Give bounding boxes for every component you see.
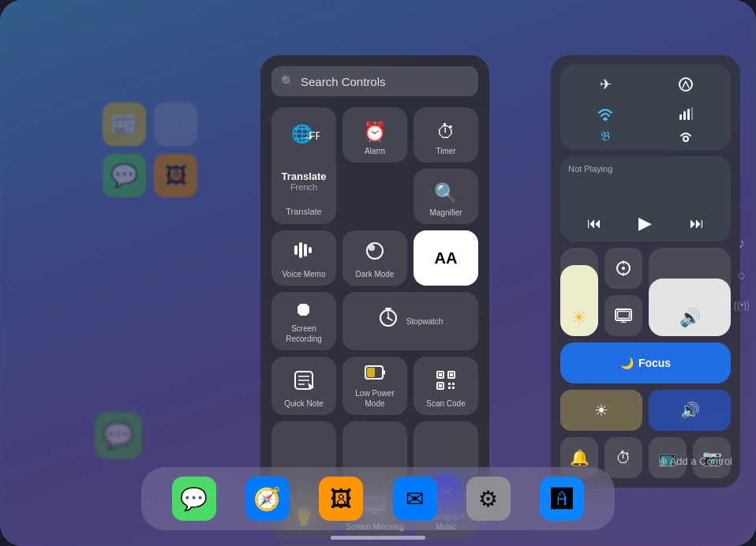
voice-memo-label: Voice Memo [282, 269, 325, 279]
circle-icon: ○ [737, 267, 746, 284]
scan-code-label: Scan Code [426, 398, 465, 409]
search-icon: 🔍 [281, 75, 294, 88]
svg-rect-28 [450, 373, 453, 376]
volume-slider[interactable]: 🔊 [649, 248, 731, 336]
add-control-label[interactable]: ⊕ Add a Control [659, 455, 732, 467]
svg-rect-49 [618, 312, 630, 319]
home-indicator [331, 536, 425, 540]
translate-label: Translate [286, 207, 321, 216]
media-controls: ⏮ ▶ ⏭ [568, 213, 723, 234]
bluetooth-btn[interactable]: 𝔅 [567, 129, 644, 144]
text-size-control[interactable]: AA [414, 230, 478, 286]
screen-recording-label: Screen Recording [275, 323, 333, 344]
volume-icon: 🔊 [679, 308, 701, 328]
svg-point-8 [367, 243, 383, 259]
stopwatch-label: Stopwatch [406, 316, 443, 327]
brightness-slider[interactable]: ☀ [560, 248, 598, 336]
focus-label: Focus [638, 357, 671, 369]
dark-mode-control[interactable]: Dark Mode [342, 230, 407, 286]
magnifier-control[interactable]: 🔍 Magnifier [414, 169, 478, 224]
wifi-btn[interactable] [567, 100, 644, 126]
dock-appstore[interactable]: 🅰 [540, 477, 584, 521]
low-power-icon [365, 363, 385, 385]
timer-control[interactable]: ⏱ Timer [414, 107, 478, 163]
media-next-btn[interactable]: ⏭ [690, 215, 704, 232]
media-prev-btn[interactable]: ⏮ [587, 215, 601, 232]
media-block: Not Playing ⏮ ▶ ⏭ [560, 156, 731, 241]
svg-rect-42 [683, 111, 686, 120]
translate-icon: 🌐 → FR [284, 115, 324, 155]
svg-rect-44 [691, 107, 693, 120]
voice-memo-control[interactable]: Voice Memo [271, 230, 336, 286]
search-input[interactable]: Search Controls [301, 75, 386, 88]
svg-line-13 [388, 318, 392, 320]
connectivity-block: ✈ 𝔅 [560, 65, 731, 150]
translate-title: Translate [281, 170, 326, 182]
screen-recording-control[interactable]: ⏺ Screen Recording [271, 292, 336, 350]
music-note-icon: ♪ [738, 235, 745, 252]
screen-mirror-btn[interactable] [604, 295, 642, 336]
volume-speaker-btn[interactable]: 🔊 [649, 390, 731, 431]
cc-second-row: ☀ 🔊 [560, 248, 731, 336]
magnifier-icon: 🔍 [434, 182, 458, 204]
rotation-lock-btn[interactable] [604, 248, 642, 289]
dock-safari[interactable]: 🧭 [245, 477, 290, 521]
translate-sub: French [281, 182, 326, 192]
airdrop-btn[interactable] [647, 71, 724, 97]
magnifier-label: Magnifier [429, 208, 462, 218]
svg-rect-5 [299, 242, 302, 258]
svg-rect-27 [439, 373, 442, 376]
empty-spacer [342, 169, 407, 224]
control-center: ✈ 𝔅 Not Playing ⏮ ▶ ⏭ [551, 55, 740, 488]
signal-icon: ((•)) [734, 300, 750, 311]
dock-settings[interactable]: ⚙ [466, 477, 511, 521]
stopwatch-icon [378, 307, 399, 332]
focus-btn[interactable]: 🌙 Focus [560, 342, 731, 383]
dock: 💬 🧭 🖼 ✉ ⚙ 🅰 [141, 467, 615, 530]
media-play-btn[interactable]: ▶ [638, 213, 652, 234]
cellular-btn[interactable] [647, 100, 724, 126]
alarm-label: Alarm [365, 146, 385, 156]
svg-rect-30 [448, 383, 451, 385]
svg-rect-33 [452, 387, 455, 389]
alarm-icon: ⏰ [363, 121, 387, 143]
svg-point-47 [622, 267, 625, 270]
quick-note-icon [294, 370, 314, 395]
dock-photos[interactable]: 🖼 [319, 477, 363, 521]
right-side-decorations: ♪ ○ ((•)) [734, 235, 756, 311]
cc-focus-row: 🌙 Focus ☀ 🔊 [560, 342, 731, 431]
airplane-mode-btn[interactable]: ✈ [567, 71, 644, 97]
quick-note-control[interactable]: Quick Note [271, 357, 336, 415]
text-size-icon: AA [435, 250, 458, 266]
hotspot-btn[interactable] [647, 129, 724, 144]
screen-recording-icon: ⏺ [294, 298, 313, 320]
svg-rect-29 [439, 384, 442, 387]
svg-rect-4 [294, 245, 298, 255]
quick-note-label: Quick Note [284, 398, 323, 409]
low-power-control[interactable]: Low Power Mode [342, 357, 407, 415]
timer-icon: ⏱ [436, 121, 455, 143]
svg-point-9 [369, 245, 375, 251]
voice-memo-icon [293, 239, 315, 266]
svg-rect-41 [679, 114, 682, 120]
search-bar[interactable]: 🔍 Search Controls [271, 66, 478, 96]
brightness-icon: ☀ [571, 308, 587, 328]
alarm-control[interactable]: ⏰ Alarm [342, 107, 407, 163]
svg-rect-31 [452, 383, 455, 385]
svg-rect-43 [687, 109, 690, 120]
brightness-day-btn[interactable]: ☀ [560, 390, 642, 431]
scan-code-control[interactable]: Scan Code [414, 357, 478, 415]
focus-icon: 🌙 [620, 357, 634, 369]
low-power-label: Low Power Mode [346, 388, 404, 409]
svg-text:FR: FR [309, 129, 320, 142]
search-controls-panel: 🔍 Search Controls 🌐 → FR Translate Frenc… [260, 55, 489, 491]
svg-point-39 [679, 78, 692, 91]
timer-cc-btn[interactable]: ⏱ [604, 437, 642, 478]
translate-control[interactable]: 🌐 → FR Translate French Translate [271, 107, 336, 224]
svg-rect-32 [448, 387, 451, 389]
svg-rect-22 [383, 370, 385, 375]
dock-mail[interactable]: ✉ [393, 477, 437, 521]
translate-texts: Translate French [281, 170, 326, 192]
stopwatch-control[interactable]: Stopwatch [342, 292, 478, 350]
dock-messages[interactable]: 💬 [172, 477, 216, 521]
